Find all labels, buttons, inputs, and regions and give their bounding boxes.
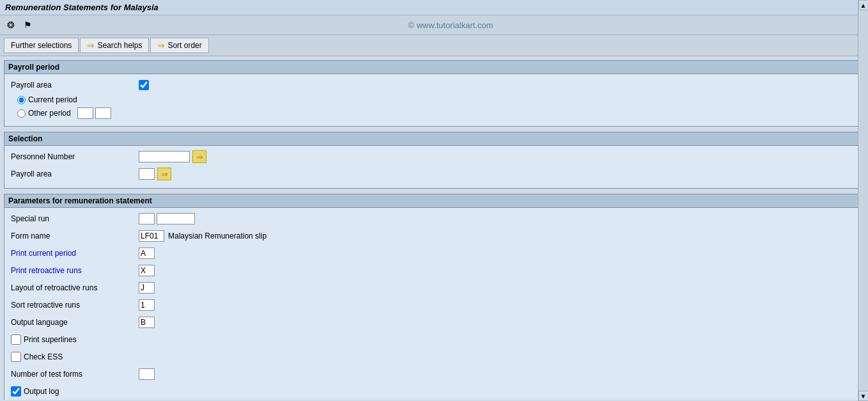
payroll-area-label: Payroll area: [11, 81, 139, 90]
parameters-header: Parameters for remuneration statement: [4, 194, 864, 208]
selection-body: Personnel Number ⇒ Payroll area ⇒: [4, 146, 864, 188]
sort-order-arrow-icon: ⇒: [157, 40, 165, 51]
selection-header: Selection: [4, 132, 864, 146]
print-current-period-input[interactable]: [139, 248, 155, 259]
selection-payroll-area-input[interactable]: [139, 168, 155, 180]
print-retroactive-input[interactable]: [139, 265, 155, 276]
special-run-row: Special run: [11, 212, 857, 226]
page-title: Remuneration Statements for Malaysia: [5, 3, 159, 12]
number-test-forms-row: Number of test forms: [11, 367, 857, 381]
parameters-section: Parameters for remuneration statement Sp…: [4, 194, 864, 400]
scrollbar: ▲ ▼: [858, 0, 868, 400]
favorite-icon[interactable]: ⚑: [20, 18, 35, 32]
layout-retroactive-input[interactable]: [139, 282, 155, 294]
current-period-row: Current period: [17, 95, 857, 104]
form-name-input[interactable]: [139, 230, 164, 242]
check-ess-label: Check ESS: [24, 352, 63, 361]
print-retroactive-label: Print retroactive runs: [11, 266, 139, 275]
toolbar: ❂ ⚑ © www.tutorialkart.com: [0, 15, 868, 35]
sort-order-label: Sort order: [167, 41, 201, 50]
payroll-period-header: Payroll period: [4, 61, 864, 74]
print-current-period-row: Print current period: [11, 246, 857, 260]
form-name-label: Form name: [11, 232, 139, 240]
other-period-input2[interactable]: [95, 107, 111, 119]
personnel-number-input[interactable]: [139, 151, 190, 162]
layout-retroactive-label: Layout of retroactive runs: [11, 283, 139, 292]
print-superlines-row: Print superlines: [11, 333, 857, 347]
special-run-input1[interactable]: [139, 213, 155, 224]
output-log-row: Output log: [11, 384, 857, 398]
personnel-number-label: Personnel Number: [11, 152, 139, 161]
payroll-area-checkbox[interactable]: [139, 80, 149, 90]
print-superlines-label: Print superlines: [24, 335, 77, 344]
check-ess-row: Check ESS: [11, 350, 857, 364]
tab-bar: Further selections ⇒ Search helps ⇒ Sort…: [0, 35, 868, 56]
scroll-up-btn[interactable]: ▲: [858, 0, 869, 10]
other-period-input1[interactable]: [77, 107, 93, 119]
sort-retroactive-row: Sort retroactive runs: [11, 298, 857, 312]
check-ess-checkbox[interactable]: [11, 352, 21, 362]
form-name-description: Malaysian Remuneration slip: [168, 232, 267, 240]
print-superlines-checkbox[interactable]: [11, 334, 21, 345]
tab-further-selections[interactable]: Further selections: [4, 38, 79, 53]
payroll-period-body: Payroll area Current period Other period: [4, 74, 864, 126]
current-period-label: Current period: [28, 95, 77, 104]
print-retroactive-row: Print retroactive runs: [11, 263, 857, 278]
scroll-down-btn[interactable]: ▼: [858, 391, 869, 400]
output-log-label: Output log: [24, 387, 59, 396]
personnel-number-arrow-btn[interactable]: ⇒: [192, 150, 206, 163]
selection-payroll-area-arrow-btn[interactable]: ⇒: [157, 168, 171, 180]
further-selections-label: Further selections: [11, 41, 72, 50]
personnel-number-row: Personnel Number ⇒: [11, 150, 857, 164]
current-period-radio[interactable]: [17, 96, 26, 104]
special-run-label: Special run: [11, 214, 139, 223]
selection-section: Selection Personnel Number ⇒ Payroll are…: [4, 132, 864, 189]
tab-search-helps[interactable]: ⇒ Search helps: [80, 38, 149, 53]
tab-sort-order[interactable]: ⇒ Sort order: [150, 38, 208, 53]
output-language-row: Output language: [11, 315, 857, 329]
watermark: © www.tutorialkart.com: [37, 20, 864, 30]
other-period-row: Other period: [17, 107, 857, 119]
other-period-label: Other period: [28, 109, 71, 118]
payroll-area-row: Payroll area: [11, 78, 857, 92]
number-test-forms-input[interactable]: [139, 368, 155, 380]
title-bar: Remuneration Statements for Malaysia: [0, 0, 868, 15]
main-content: Payroll period Payroll area Current peri…: [0, 56, 868, 400]
parameters-body: Special run Form name Malaysian Remunera…: [4, 208, 864, 400]
payroll-period-section: Payroll period Payroll area Current peri…: [4, 60, 864, 127]
output-language-input[interactable]: [139, 317, 155, 328]
number-test-forms-label: Number of test forms: [11, 370, 139, 379]
sort-retroactive-label: Sort retroactive runs: [11, 301, 139, 310]
sort-retroactive-input[interactable]: [139, 299, 155, 311]
search-helps-arrow-icon: ⇒: [87, 40, 95, 51]
search-helps-label: Search helps: [97, 41, 142, 50]
other-period-radio[interactable]: [17, 109, 26, 118]
selection-payroll-area-label: Payroll area: [11, 169, 139, 178]
form-name-row: Form name Malaysian Remuneration slip: [11, 229, 857, 243]
navigate-icon[interactable]: ❂: [4, 18, 18, 32]
print-current-period-label: Print current period: [11, 249, 139, 258]
layout-retroactive-row: Layout of retroactive runs: [11, 281, 857, 295]
special-run-input2[interactable]: [157, 213, 195, 224]
output-language-label: Output language: [11, 318, 139, 327]
selection-payroll-area-row: Payroll area ⇒: [11, 167, 857, 181]
output-log-checkbox[interactable]: [11, 386, 21, 397]
